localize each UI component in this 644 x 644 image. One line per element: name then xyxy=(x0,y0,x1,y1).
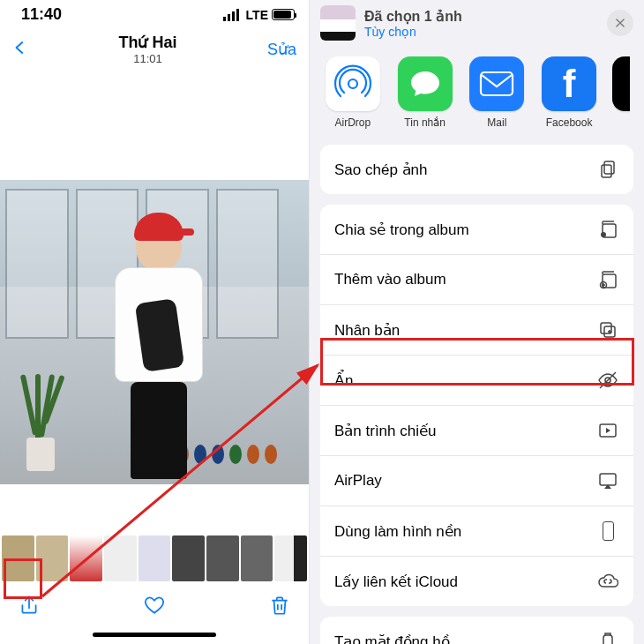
action-group: Chia sẻ trong album Thêm vào album Nhân … xyxy=(320,205,633,606)
app-airdrop[interactable]: AirDrop xyxy=(324,56,382,129)
status-indicators: LTE xyxy=(223,8,295,22)
plus-album-icon xyxy=(596,268,619,291)
airplay-icon xyxy=(596,469,619,492)
thumbnail[interactable] xyxy=(104,535,137,581)
nav-title-group: Thứ Hai 11:01 xyxy=(118,33,176,65)
airdrop-icon xyxy=(326,56,380,111)
action-duplicate[interactable]: Nhân bản xyxy=(320,305,633,356)
thumbnail[interactable] xyxy=(172,535,205,581)
copy-icon xyxy=(596,158,619,181)
sheet-title: Đã chọn 1 ảnh xyxy=(364,8,598,25)
app-label: AirDrop xyxy=(324,116,382,129)
cellular-signal-icon xyxy=(223,9,239,21)
sheet-header: Đã chọn 1 ảnh Tùy chọn xyxy=(310,0,644,49)
cloud-link-icon xyxy=(596,570,619,593)
svg-point-0 xyxy=(348,79,357,88)
photos-app-screen: 11:40 LTE Thứ Hai 11:01 Sửa xyxy=(0,0,309,644)
svg-rect-12 xyxy=(600,474,616,485)
share-sheet: Đã chọn 1 ảnh Tùy chọn AirDrop Tin nhắn … xyxy=(309,0,644,644)
nav-subtitle: 11:01 xyxy=(118,52,176,65)
action-airplay[interactable]: AirPlay xyxy=(320,456,633,506)
share-app-row[interactable]: AirDrop Tin nhắn Mail f Facebook xyxy=(310,49,644,145)
app-messages[interactable]: Tin nhắn xyxy=(396,56,454,129)
watch-icon xyxy=(596,630,619,644)
app-mail[interactable]: Mail xyxy=(468,56,527,129)
action-label: Lấy liên kết iCloud xyxy=(334,573,458,591)
favorite-button[interactable] xyxy=(143,594,166,620)
slideshow-icon xyxy=(596,419,619,442)
nav-bar: Thứ Hai 11:01 Sửa xyxy=(0,24,309,74)
app-label: Tin nhắn xyxy=(396,116,454,129)
app-label: Mail xyxy=(468,116,527,129)
svg-point-5 xyxy=(601,232,606,237)
action-label: Ẩn xyxy=(334,371,353,390)
thumbnail-strip[interactable] xyxy=(0,535,309,581)
status-bar: 11:40 LTE xyxy=(0,0,309,24)
facebook-icon: f xyxy=(542,56,596,111)
person-album-icon xyxy=(596,218,619,241)
action-hide[interactable]: Ẩn xyxy=(320,356,633,406)
nav-title: Thứ Hai xyxy=(118,33,176,52)
photo-viewport[interactable] xyxy=(0,74,309,532)
action-group: Sao chép ảnh xyxy=(320,145,633,194)
mail-icon xyxy=(469,56,524,111)
photo-subject xyxy=(115,220,203,476)
action-watchface[interactable]: Tạo mặt đồng hồ xyxy=(320,617,633,644)
action-wallpaper[interactable]: Dùng làm hình nền xyxy=(320,506,633,557)
action-label: AirPlay xyxy=(334,472,382,490)
action-label: Dùng làm hình nền xyxy=(334,522,461,541)
svg-rect-3 xyxy=(602,165,611,177)
action-label: Bản trình chiếu xyxy=(334,422,436,440)
action-label: Tạo mặt đồng hồ xyxy=(334,633,450,645)
thumbnail[interactable] xyxy=(36,535,69,581)
app-label: Facebook xyxy=(540,116,598,129)
action-add-album[interactable]: Thêm vào album xyxy=(320,255,633,305)
action-group: Tạo mặt đồng hồ Lưu vào Tệp xyxy=(320,617,633,644)
app-more-peek[interactable] xyxy=(612,56,630,129)
sheet-options-link[interactable]: Tùy chọn xyxy=(364,25,598,39)
thumbnail[interactable] xyxy=(2,535,34,581)
svg-rect-1 xyxy=(481,72,513,95)
share-button[interactable] xyxy=(18,594,41,620)
close-button[interactable] xyxy=(607,10,633,36)
thumbnail[interactable] xyxy=(139,535,171,581)
messages-icon xyxy=(398,56,453,111)
trash-button[interactable] xyxy=(268,594,291,620)
phone-icon xyxy=(596,520,619,543)
home-indicator[interactable] xyxy=(93,633,216,637)
action-icloud-link[interactable]: Lấy liên kết iCloud xyxy=(320,557,633,606)
action-share-album[interactable]: Chia sẻ trong album xyxy=(320,205,633,255)
tiktok-icon xyxy=(612,56,630,111)
action-label: Nhân bản xyxy=(334,321,400,340)
thumbnail[interactable] xyxy=(206,535,239,581)
thumbnail[interactable] xyxy=(274,535,307,581)
edit-button[interactable]: Sửa xyxy=(267,40,296,59)
battery-icon xyxy=(272,9,295,20)
svg-rect-13 xyxy=(603,635,612,644)
actions-scroll[interactable]: Sao chép ảnh Chia sẻ trong album Thêm và… xyxy=(310,145,644,644)
bottom-toolbar xyxy=(0,581,309,629)
app-facebook[interactable]: f Facebook xyxy=(540,56,598,129)
action-label: Sao chép ảnh xyxy=(334,161,427,179)
svg-rect-2 xyxy=(604,161,614,174)
status-time: 11:40 xyxy=(21,5,62,24)
back-button[interactable] xyxy=(12,36,28,63)
action-label: Chia sẻ trong album xyxy=(334,221,469,239)
network-label: LTE xyxy=(246,8,268,22)
thumbnail[interactable] xyxy=(70,535,102,581)
action-slideshow[interactable]: Bản trình chiếu xyxy=(320,406,633,456)
sheet-thumbnail xyxy=(320,5,356,41)
photo-plant xyxy=(23,383,58,471)
action-label: Thêm vào album xyxy=(334,271,446,288)
duplicate-icon xyxy=(596,318,619,341)
thumbnail[interactable] xyxy=(241,535,273,581)
action-copy[interactable]: Sao chép ảnh xyxy=(320,145,633,194)
hide-icon xyxy=(596,369,619,392)
